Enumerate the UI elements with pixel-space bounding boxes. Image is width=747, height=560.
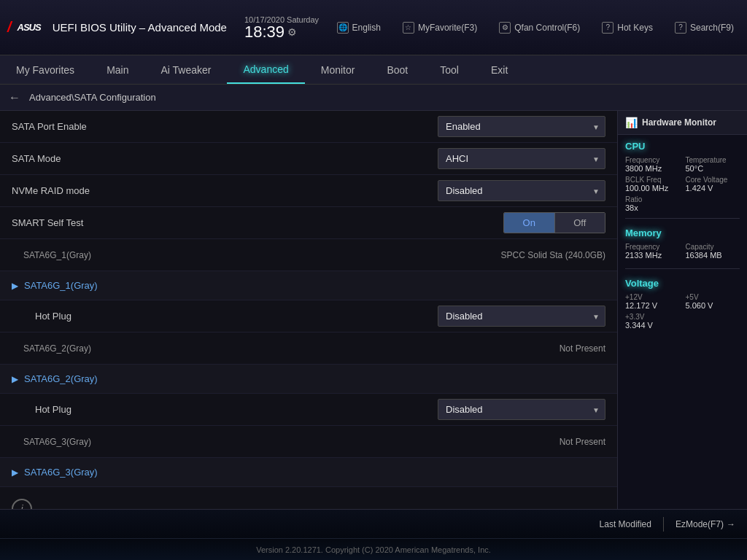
- hotkeys-icon: ?: [602, 22, 614, 34]
- sata6g2-value: Not Present: [560, 343, 605, 354]
- bios-title: UEFI BIOS Utility – Advanced Mode: [53, 21, 227, 34]
- hw-12v: +12V 12.172 V: [625, 293, 680, 310]
- hot-plug-2-label: Hot Plug: [12, 404, 438, 415]
- nvme-raid-wrapper: Disabled Enabled: [438, 180, 605, 201]
- search-icon: ?: [675, 22, 686, 34]
- ez-mode-button[interactable]: EzMode(F7) →: [676, 519, 735, 529]
- sata6g3-section[interactable]: ▶ SATA6G_3(Gray): [0, 458, 617, 487]
- hotkeys-button[interactable]: ? Hot Keys: [596, 19, 659, 36]
- smart-self-test-on-button[interactable]: On: [504, 213, 555, 233]
- hw-cpu-temp: Temperature 50°C: [686, 156, 740, 173]
- hw-cpu-section: CPU Frequency 3800 MHz Temperature 50°C …: [618, 135, 747, 215]
- sata-mode-wrapper: AHCI IDE RAID: [438, 148, 605, 169]
- sata6g3-info-row: SATA6G_3(Gray) Not Present: [0, 426, 617, 458]
- search-label: Search(F9): [690, 23, 734, 33]
- sata6g2-section-label: SATA6G_2(Gray): [24, 373, 98, 384]
- asus-slash-icon: /: [7, 19, 12, 36]
- nav-main[interactable]: Main: [90, 55, 144, 84]
- nav-advanced[interactable]: Advanced: [227, 55, 304, 84]
- hw-voltage-grid: +12V 12.172 V +5V 5.060 V: [625, 293, 740, 310]
- hw-cpu-ratio: Ratio 38x: [625, 195, 740, 212]
- language-button[interactable]: 🌐 English: [331, 19, 387, 36]
- hw-cpu-grid: Frequency 3800 MHz Temperature 50°C BCLK…: [625, 156, 740, 192]
- myfavorite-button[interactable]: ☆ MyFavorite(F3): [397, 19, 483, 36]
- bottom-divider: [663, 517, 664, 532]
- sata6g1-value: SPCC Solid Sta (240.0GB): [501, 250, 605, 260]
- sata-mode-label: SATA Mode: [12, 153, 438, 164]
- hw-cpu-freq-label: Frequency 3800 MHz: [625, 156, 680, 173]
- myfavorite-label: MyFavorite(F3): [418, 23, 477, 33]
- hot-plug-2-row: Hot Plug Disabled Enabled: [0, 394, 617, 426]
- topbar-actions: 🌐 English ☆ MyFavorite(F3) ⚙ Qfan Contro…: [331, 19, 740, 36]
- hw-divider-1: [625, 218, 740, 219]
- asus-logo-text: ASUS: [18, 22, 41, 33]
- hw-cpu-title: CPU: [625, 141, 740, 152]
- sata6g2-label: SATA6G_2(Gray): [12, 343, 560, 354]
- info-icon-area: i: [0, 487, 617, 509]
- hw-mem-freq: Frequency 2133 MHz: [625, 243, 680, 260]
- hw-voltage-section: Voltage +12V 12.172 V +5V 5.060 V +3.3V …: [618, 272, 747, 332]
- nav-boot[interactable]: Boot: [371, 55, 424, 84]
- hot-plug-2-select[interactable]: Disabled Enabled: [438, 399, 605, 420]
- qfan-label: Qfan Control(F6): [514, 23, 580, 33]
- language-icon: 🌐: [337, 22, 349, 34]
- nav-exit[interactable]: Exit: [475, 55, 524, 84]
- sata6g1-section[interactable]: ▶ SATA6G_1(Gray): [0, 271, 617, 300]
- navbar: My Favorites Main Ai Tweaker Advanced Mo…: [0, 55, 747, 85]
- smart-self-test-off-button[interactable]: Off: [555, 213, 605, 233]
- breadcrumb: ← Advanced\SATA Configuration: [0, 85, 747, 111]
- hot-plug-1-wrapper: Disabled Enabled: [438, 306, 605, 327]
- time-display: 18:39: [244, 24, 285, 40]
- hw-33v: +3.3V 3.344 V: [625, 313, 740, 330]
- sata-mode-row: SATA Mode AHCI IDE RAID: [0, 143, 617, 175]
- last-modified-button[interactable]: Last Modified: [600, 519, 651, 529]
- hardware-monitor-panel: 📊 Hardware Monitor CPU Frequency 3800 MH…: [617, 111, 747, 509]
- settings-panel: SATA Port Enable Enabled Disabled SATA M…: [0, 111, 617, 509]
- nvme-raid-label: NVMe RAID mode: [12, 185, 438, 196]
- hw-mem-capacity: Capacity 16384 MB: [686, 243, 740, 260]
- hot-plug-1-select[interactable]: Disabled Enabled: [438, 306, 605, 327]
- hot-plug-2-wrapper: Disabled Enabled: [438, 399, 605, 420]
- hw-divider-2: [625, 268, 740, 269]
- hot-plug-1-label: Hot Plug: [12, 311, 438, 322]
- settings-gear-icon[interactable]: ⚙: [287, 26, 297, 38]
- hw-5v: +5V 5.060 V: [686, 293, 740, 310]
- nav-monitor[interactable]: Monitor: [305, 55, 371, 84]
- hw-monitor-header: 📊 Hardware Monitor: [618, 111, 747, 135]
- topbar: / ASUS UEFI BIOS Utility – Advanced Mode…: [0, 0, 747, 55]
- nav-my-favorites[interactable]: My Favorites: [0, 55, 90, 84]
- sata6g3-value: Not Present: [560, 437, 605, 447]
- hotkeys-label: Hot Keys: [617, 23, 653, 33]
- sata6g2-section[interactable]: ▶ SATA6G_2(Gray): [0, 365, 617, 394]
- language-label: English: [352, 23, 381, 33]
- search-button[interactable]: ? Search(F9): [669, 19, 740, 36]
- sata-port-enable-select[interactable]: Enabled Disabled: [438, 116, 605, 137]
- qfan-button[interactable]: ⚙ Qfan Control(F6): [493, 19, 586, 36]
- content-area: SATA Port Enable Enabled Disabled SATA M…: [0, 111, 747, 509]
- sata6g1-chevron-icon: ▶: [12, 281, 18, 291]
- sata6g2-info-row: SATA6G_2(Gray) Not Present: [0, 332, 617, 365]
- hw-cpu-voltage: Core Voltage 1.424 V: [686, 176, 740, 192]
- sata-port-enable-label: SATA Port Enable: [12, 121, 438, 132]
- sata-mode-select[interactable]: AHCI IDE RAID: [438, 148, 605, 169]
- asus-logo: / ASUS: [7, 19, 41, 36]
- nav-tool[interactable]: Tool: [424, 55, 475, 84]
- breadcrumb-path: Advanced\SATA Configuration: [29, 92, 156, 103]
- qfan-icon: ⚙: [499, 22, 511, 34]
- hw-monitor-icon: 📊: [625, 117, 638, 128]
- hw-cpu-bclk: BCLK Freq 100.00 MHz: [625, 176, 680, 192]
- sata-port-enable-wrapper: Enabled Disabled: [438, 116, 605, 137]
- ez-mode-arrow-icon: →: [727, 519, 735, 529]
- nvme-raid-select[interactable]: Disabled Enabled: [438, 180, 605, 201]
- hw-memory-section: Memory Frequency 2133 MHz Capacity 16384…: [618, 222, 747, 265]
- smart-self-test-label: SMART Self Test: [12, 217, 503, 228]
- breadcrumb-back-icon[interactable]: ←: [9, 91, 20, 104]
- sata6g3-label: SATA6G_3(Gray): [12, 437, 560, 447]
- hw-voltage-title: Voltage: [625, 278, 740, 289]
- nav-ai-tweaker[interactable]: Ai Tweaker: [144, 55, 227, 84]
- sata6g3-chevron-icon: ▶: [12, 467, 18, 478]
- info-button[interactable]: i: [12, 499, 32, 509]
- smart-self-test-row: SMART Self Test On Off: [0, 207, 617, 239]
- myfavorite-icon: ☆: [403, 22, 414, 34]
- hot-plug-1-row: Hot Plug Disabled Enabled: [0, 300, 617, 332]
